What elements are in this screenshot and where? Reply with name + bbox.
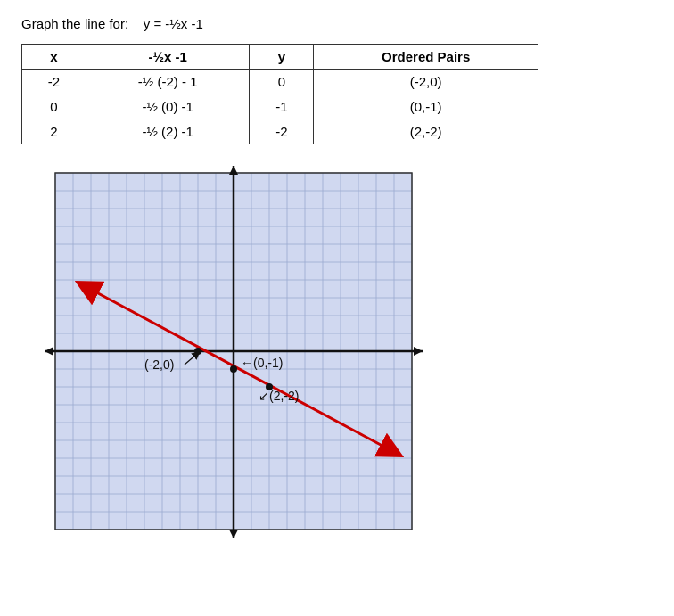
cell-x-1: 0	[22, 94, 86, 119]
col-header-pairs: Ordered Pairs	[314, 45, 538, 70]
label-p2: ←(0,-1)	[241, 356, 283, 370]
instruction-prefix: Graph the line for:	[21, 16, 128, 31]
label-p3: ↙(2,-2)	[259, 389, 299, 403]
instruction: Graph the line for: y = -½x -1	[21, 16, 653, 31]
table-row: 0 -½ (0) -1 -1 (0,-1)	[22, 94, 538, 119]
equation: y = -½x -1	[144, 16, 203, 31]
cell-pair-1: (0,-1)	[314, 94, 538, 119]
cell-expr-1: -½ (0) -1	[86, 94, 250, 119]
values-table: x -½x -1 y Ordered Pairs -2 -½ (-2) - 1 …	[21, 44, 538, 144]
cell-y-2: -2	[250, 119, 314, 144]
svg-marker-46	[414, 347, 423, 356]
cell-pair-0: (-2,0)	[314, 70, 538, 94]
svg-marker-49	[229, 530, 238, 538]
svg-marker-45	[45, 347, 53, 356]
point-p2	[230, 365, 237, 373]
cell-y-0: 0	[250, 70, 314, 94]
col-header-y: y	[250, 45, 314, 70]
point-p1	[194, 348, 201, 355]
cell-x-0: -2	[22, 70, 86, 94]
cell-pair-2: (2,-2)	[314, 119, 538, 144]
coordinate-graph: (-2,0) ←(0,-1) ↙(2,-2)	[37, 164, 430, 574]
cell-expr-2: -½ (2) -1	[86, 119, 250, 144]
table-row: 2 -½ (2) -1 -2 (2,-2)	[22, 119, 538, 144]
label-p1: (-2,0)	[144, 357, 174, 372]
graph-container: (-2,0) ←(0,-1) ↙(2,-2)	[37, 164, 430, 556]
svg-marker-48	[229, 166, 238, 175]
cell-expr-0: -½ (-2) - 1	[86, 70, 250, 94]
table-row: -2 -½ (-2) - 1 0 (-2,0)	[22, 70, 538, 94]
cell-x-2: 2	[22, 119, 86, 144]
col-header-x: x	[22, 45, 86, 70]
col-header-expr: -½x -1	[86, 45, 250, 70]
cell-y-1: -1	[250, 94, 314, 119]
